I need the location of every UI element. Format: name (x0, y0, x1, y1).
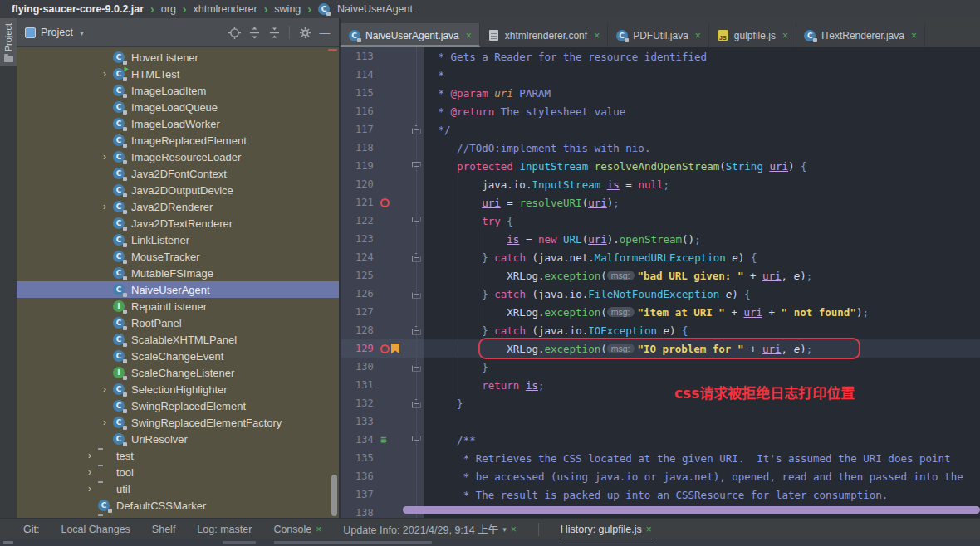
statusbar-tab-shelf[interactable]: Shelf (152, 519, 176, 540)
code-text[interactable]: * Gets a Reader for the resource identif… (424, 47, 980, 66)
line-number[interactable]: 133 (355, 416, 380, 427)
gutter[interactable]: 116 (341, 102, 424, 120)
code-line-136[interactable]: 136 * be accessed (using java.io or java… (341, 467, 980, 485)
code-text[interactable]: //TOdO:implement this with nio. (424, 139, 980, 157)
fold-slot[interactable] (410, 217, 422, 226)
gutter[interactable]: 134≡ (341, 431, 424, 449)
tab-itextrenderer-java[interactable]: CITextRenderer.java× (796, 23, 925, 47)
hide-panel-icon[interactable]: — (317, 25, 332, 40)
tab-naiveuseragent-java[interactable]: CNaiveUserAgent.java× (341, 23, 480, 47)
breadcrumb-segment[interactable]: swing (274, 3, 301, 15)
tree-item-java2drenderer[interactable]: ›CJava2DRenderer (17, 198, 339, 215)
code-text[interactable]: java.io.InputStream is = null; (424, 175, 980, 193)
gutter[interactable]: 129 (341, 339, 424, 358)
tree-item-linklistener[interactable]: CLinkListener (17, 232, 339, 248)
breadcrumb-segment[interactable]: xhtmlrenderer (194, 3, 257, 15)
collapse-all-icon[interactable] (267, 25, 282, 40)
code-text[interactable]: } catch (java.io.IOException e) { (424, 321, 980, 339)
line-number[interactable]: 123 (355, 233, 380, 245)
code-text[interactable]: * be accessed (using java.io or java.net… (424, 467, 980, 485)
code-text[interactable]: * @return The stylesheet value (424, 102, 980, 120)
gutter[interactable]: 126 (341, 285, 424, 303)
tree-item[interactable]: › (17, 514, 339, 518)
gutter[interactable]: 118 (341, 139, 424, 157)
code-text[interactable]: * @param uri PARAM (424, 84, 980, 102)
statusbar-tab-local-changes[interactable]: Local Changes (61, 519, 130, 540)
code-line-122[interactable]: 122 try { (341, 212, 980, 230)
implementation-marker-icon[interactable]: ≡ (380, 434, 385, 446)
code-line-133[interactable]: 133 (341, 412, 980, 431)
code-editor[interactable]: 113 * Gets a Reader for the resource ide… (341, 47, 980, 518)
gutter[interactable]: 124 (341, 248, 424, 266)
code-line-120[interactable]: 120 java.io.InputStream is = null; (341, 175, 980, 193)
close-tab-icon[interactable]: × (646, 524, 652, 535)
chevron-right-icon[interactable]: › (81, 516, 98, 518)
line-number[interactable]: 130 (355, 361, 380, 373)
code-line-128[interactable]: 128 } catch (java.io.IOException e) { (341, 321, 980, 339)
close-tab-icon[interactable]: × (594, 30, 600, 41)
chevron-right-icon[interactable]: › (81, 483, 98, 495)
gutter[interactable]: 115 (341, 84, 424, 102)
line-number[interactable]: 120 (355, 178, 380, 190)
close-tab-icon[interactable]: × (466, 30, 472, 41)
chevron-right-icon[interactable]: › (96, 68, 113, 80)
tree-item-scalechangeevent[interactable]: CScaleChangeEvent (17, 348, 339, 364)
tree-item-test[interactable]: ›test (17, 447, 339, 464)
gutter[interactable]: 123 (341, 230, 424, 248)
code-line-131[interactable]: 131 return is; (341, 376, 980, 394)
gutter[interactable]: 127 (341, 303, 424, 321)
tree-item-swingreplacedelementfactory[interactable]: ›CSwingReplacedElementFactory (17, 414, 339, 431)
project-tool-button[interactable]: Project (0, 18, 17, 66)
code-line-135[interactable]: 135 * Retrieves the CSS located at the g… (341, 449, 980, 467)
gutter[interactable]: 132 (341, 394, 424, 412)
gutter[interactable]: 120 (341, 175, 424, 193)
chevron-right-icon[interactable]: › (96, 383, 113, 395)
code-text[interactable]: try { (424, 212, 980, 230)
fold-slot[interactable] (410, 162, 422, 171)
line-number[interactable]: 119 (355, 160, 380, 172)
gutter[interactable]: 121 (341, 193, 424, 212)
fold-up-icon[interactable] (412, 125, 421, 134)
line-number[interactable]: 136 (355, 470, 380, 482)
close-tab-icon[interactable]: × (511, 524, 517, 535)
code-line-119[interactable]: 119 protected InputStream resolveAndOpen… (341, 157, 980, 175)
chevron-right-icon[interactable]: › (81, 466, 98, 478)
expand-all-icon[interactable] (247, 25, 262, 40)
breakpoint-icon[interactable] (380, 198, 390, 207)
code-line-115[interactable]: 115 * @param uri PARAM (341, 84, 980, 102)
breadcrumb-segment[interactable]: org (161, 3, 176, 15)
line-number[interactable]: 134 (355, 434, 380, 446)
statusbar-tab-console[interactable]: Console× (273, 519, 321, 540)
breadcrumb-jar[interactable]: flying-saucer-core-9.0.2.jar (12, 3, 144, 15)
tree-item-htmltest[interactable]: ›C▶HTMLTest (17, 66, 339, 82)
code-text[interactable]: */ (424, 120, 980, 139)
gutter-icons[interactable]: ≡ (380, 434, 410, 446)
tree-item-mousetracker[interactable]: CMouseTracker (17, 248, 339, 265)
line-number[interactable]: 117 (355, 124, 380, 135)
close-tab-icon[interactable]: × (316, 524, 321, 535)
code-text[interactable] (424, 412, 980, 431)
project-panel-title[interactable]: Project (41, 27, 73, 38)
tree-item-hoverlistener[interactable]: CHoverListener (17, 49, 339, 66)
line-number[interactable]: 124 (355, 251, 380, 263)
fold-up-icon[interactable] (412, 399, 421, 408)
code-text[interactable]: /** (424, 431, 980, 449)
line-number[interactable]: 115 (355, 87, 380, 99)
code-line-137[interactable]: 137 * The result is packed up into an CS… (341, 485, 980, 504)
chevron-down-icon[interactable]: ▾ (502, 525, 507, 534)
code-text[interactable]: uri = resolveURI(uri); (424, 193, 980, 212)
gutter[interactable]: 114 (341, 66, 424, 84)
tab-pdfutil-java[interactable]: CPDFUtil.java× (608, 23, 709, 47)
gutter[interactable]: 135 (341, 449, 424, 467)
tree-item-imageresourceloader[interactable]: ›CImageResourceLoader (17, 149, 339, 165)
line-number[interactable]: 128 (355, 324, 380, 336)
fold-slot[interactable] (410, 399, 422, 408)
gutter[interactable]: 133 (341, 412, 424, 431)
code-line-118[interactable]: 118 //TOdO:implement this with nio. (341, 139, 980, 157)
fold-slot[interactable] (410, 253, 422, 262)
gear-icon[interactable] (297, 25, 312, 40)
fold-up-icon[interactable] (412, 290, 421, 299)
tree-item-java2dfontcontext[interactable]: CJava2DFontContext (17, 165, 339, 182)
code-line-125[interactable]: 125 XRLog.exception(msg:"bad URL given: … (341, 266, 980, 285)
breadcrumb-leaf[interactable]: NaiveUserAgent (337, 3, 413, 15)
